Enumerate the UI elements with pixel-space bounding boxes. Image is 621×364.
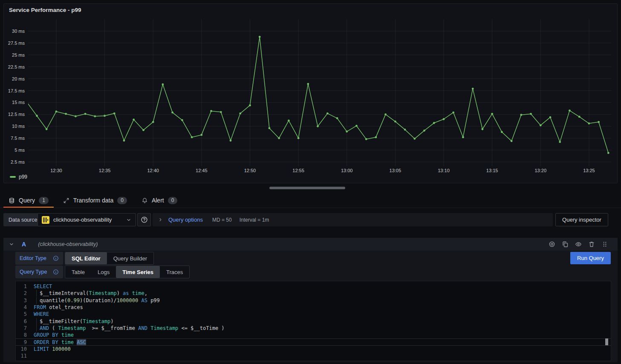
query-type-logs[interactable]: Logs [91, 266, 116, 278]
query-ref-id: A [22, 241, 26, 248]
tabs-divider [0, 208, 621, 208]
code-line-7: 7AND ( Timestamp >= $__fromTime AND Time… [16, 325, 611, 332]
query-options-toggle[interactable]: Query options [158, 217, 203, 223]
query-type-table[interactable]: Table [65, 266, 91, 278]
trash-icon[interactable] [588, 241, 595, 248]
query-type-label: Query Type [20, 269, 47, 275]
interval-value: Interval = 1m [240, 217, 269, 223]
svg-text:12:40: 12:40 [147, 168, 159, 173]
max-data-points-value: MD = 50 [212, 217, 232, 223]
editor-type-sql-editor[interactable]: SQL Editor [65, 252, 107, 264]
copy-icon[interactable] [562, 241, 569, 248]
query-inspector-button[interactable]: Query inspector [555, 213, 608, 226]
code-line-content: WHERE [34, 311, 49, 317]
tab-count-badge: 1 [39, 197, 49, 204]
query-type-label-chip: Query Type [15, 266, 63, 278]
query-options-bar: Query options MD = 50 Interval = 1m [153, 213, 553, 226]
transform-icon [63, 197, 69, 204]
query-type-time-series[interactable]: Time Series [116, 266, 160, 278]
code-line-1: 1SELECT [16, 283, 611, 290]
drag-handle-icon[interactable] [601, 241, 608, 248]
info-circle-icon[interactable] [53, 269, 59, 275]
legend-item-p99[interactable]: p99 [10, 174, 27, 180]
editor-type-label-chip: Editor Type [15, 252, 63, 265]
overview-cursor-marker [605, 338, 608, 345]
query-options-link: Query options [168, 217, 203, 223]
legend-label: p99 [19, 174, 27, 180]
svg-text:12:30: 12:30 [50, 168, 62, 173]
tab-count-badge: 0 [168, 197, 178, 204]
svg-text:2.5 ms: 2.5 ms [11, 159, 25, 165]
code-line-content: FROM otel_traces [34, 304, 83, 310]
code-line-6: 6$__timeFilter(Timestamp) [16, 318, 611, 324]
code-line-11: 11 [16, 352, 611, 359]
tab-transform-data[interactable]: Transform data0 [58, 193, 132, 208]
code-line-3: 3quantile(0.99)(Duration)/1000000 AS p99 [16, 297, 611, 304]
code-line-content: AND ( Timestamp >= $__fromTime AND Times… [34, 325, 225, 331]
tab-alert[interactable]: Alert0 [136, 193, 182, 208]
code-line-content: $__timeInterval(Timestamp) as time, [34, 290, 147, 296]
svg-text:13:05: 13:05 [390, 168, 401, 173]
tab-label: Query [19, 197, 35, 204]
tab-label: Transform data [73, 197, 113, 204]
code-line-content: LIMIT 100000 [34, 346, 71, 352]
editor-type-row: Editor Type SQL EditorQuery Builder [15, 252, 154, 265]
svg-text:13:15: 13:15 [486, 168, 498, 173]
collapse-query-icon[interactable] [9, 241, 14, 247]
eye-icon[interactable] [575, 241, 582, 248]
svg-text:12:35: 12:35 [99, 168, 111, 173]
svg-text:30 ms: 30 ms [12, 29, 25, 34]
run-query-button[interactable]: Run Query [570, 252, 611, 264]
data-source-label: Data source [3, 213, 42, 226]
chevron-down-icon [126, 217, 132, 223]
code-line-4: 4FROM otel_traces [16, 304, 611, 311]
line-number: 9 [16, 339, 27, 345]
svg-text:5 ms: 5 ms [14, 147, 25, 153]
svg-text:13:10: 13:10 [438, 168, 450, 173]
info-circle-icon[interactable] [53, 255, 59, 261]
editor-type-switch: SQL EditorQuery Builder [65, 252, 154, 265]
svg-text:25 ms: 25 ms [12, 52, 25, 58]
svg-text:27.5 ms: 27.5 ms [8, 40, 25, 46]
status-circle-icon[interactable] [549, 241, 555, 248]
horizontal-scrollbar[interactable] [269, 187, 345, 189]
code-line-content: GROUP BY time [34, 332, 74, 338]
query-datasource-hint: (clickhouse-observability) [38, 241, 98, 247]
line-number: 8 [16, 332, 27, 338]
code-line-5: 5WHERE [16, 311, 611, 318]
query-row-header: A (clickhouse-observability) [3, 238, 618, 251]
timeseries-panel: Service Performance - p99 30 ms27.5 ms25… [3, 3, 618, 183]
help-button[interactable] [137, 213, 151, 226]
tab-query[interactable]: Query1 [3, 193, 54, 208]
line-number: 11 [16, 353, 27, 359]
sql-code-editor[interactable]: 1SELECT2$__timeInterval(Timestamp) as ti… [15, 281, 611, 361]
svg-text:13:25: 13:25 [583, 168, 595, 173]
svg-text:12:55: 12:55 [292, 168, 304, 173]
data-source-value: clickhouse-observability [53, 217, 112, 223]
panel-title: Service Performance - p99 [9, 7, 81, 13]
svg-text:7.5 ms: 7.5 ms [11, 136, 25, 141]
svg-text:12:45: 12:45 [196, 168, 208, 173]
data-source-picker[interactable]: clickhouse-observability [38, 213, 136, 226]
tab-label: Alert [152, 197, 164, 204]
line-number: 4 [16, 304, 27, 310]
svg-text:17.5 ms: 17.5 ms [8, 88, 25, 93]
editor-type-label: Editor Type [20, 255, 46, 261]
query-type-traces[interactable]: Traces [160, 266, 189, 278]
editor-type-query-builder[interactable]: Query Builder [107, 252, 153, 264]
line-number: 7 [16, 325, 27, 331]
database-icon [9, 197, 15, 204]
svg-text:10 ms: 10 ms [12, 124, 25, 129]
code-line-9: 9ORDER BY time ASC [16, 338, 611, 345]
query-editor-card: A (clickhouse-observability) Editor Type… [3, 238, 618, 362]
code-line-content: ORDER BY time ASC [34, 339, 86, 345]
svg-text:12:50: 12:50 [244, 168, 256, 173]
code-line-content: quantile(0.99)(Duration)/1000000 AS p99 [34, 298, 160, 303]
panel-editor-tabs: Query1Transform data0Alert0 [3, 193, 182, 208]
legend-swatch [10, 176, 16, 178]
svg-text:22.5 ms: 22.5 ms [8, 64, 25, 69]
clickhouse-logo-icon [42, 216, 49, 224]
line-number: 1 [16, 283, 27, 289]
code-line-8: 8GROUP BY time [16, 332, 611, 338]
svg-text:15 ms: 15 ms [12, 100, 25, 105]
